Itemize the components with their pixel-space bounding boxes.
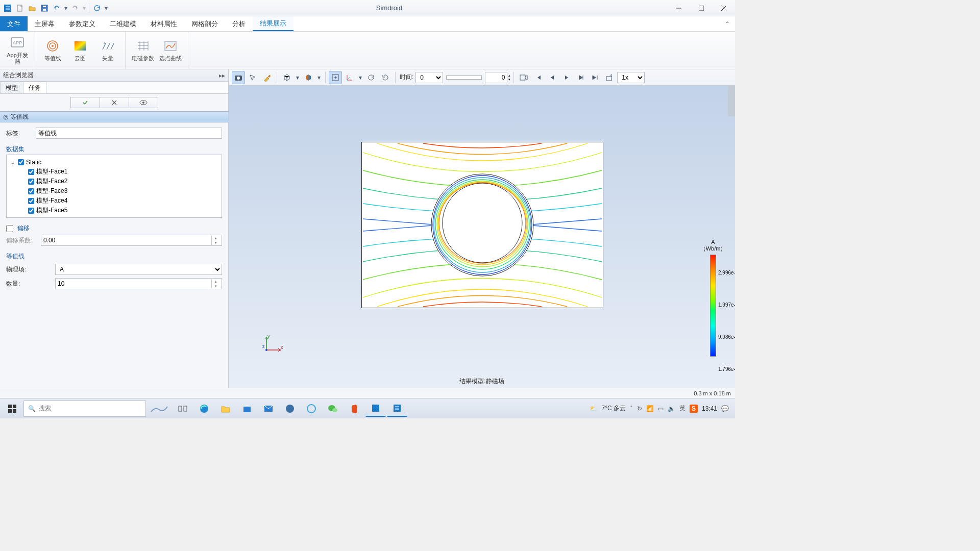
pin-icon[interactable]: ▸▸	[219, 72, 225, 79]
label-input[interactable]	[36, 128, 222, 139]
open-icon[interactable]	[27, 3, 38, 14]
tab-analysis[interactable]: 分析	[225, 16, 253, 31]
sync-icon[interactable]: ↻	[637, 405, 642, 412]
tree-checkbox[interactable]	[28, 208, 34, 214]
axis-icon[interactable]	[343, 71, 356, 84]
last-icon[interactable]	[589, 71, 602, 84]
tree-checkbox[interactable]	[28, 179, 34, 185]
tree-item[interactable]: 模型-Face5	[10, 206, 218, 215]
save-icon[interactable]	[39, 3, 50, 14]
refresh-icon[interactable]	[91, 3, 103, 14]
task-landscape-icon[interactable]	[147, 400, 172, 417]
pick-curve-button[interactable]: 选点曲线	[157, 34, 184, 67]
tree-checkbox[interactable]	[28, 169, 34, 175]
cloud-button[interactable]: 云图	[67, 34, 93, 67]
brush-icon[interactable]	[260, 71, 274, 84]
camera-icon[interactable]	[232, 71, 245, 84]
tab-materials[interactable]: 材料属性	[143, 16, 184, 31]
cube-icon[interactable]	[280, 71, 293, 84]
mail-icon[interactable]	[258, 400, 279, 417]
tree-root[interactable]: ⌄ Static	[10, 157, 218, 167]
prev-icon[interactable]	[546, 71, 559, 84]
scrollbar-vertical[interactable]	[728, 86, 735, 116]
color-cube-icon[interactable]	[302, 71, 315, 84]
simdroid-app1-icon[interactable]	[365, 400, 386, 417]
export-icon[interactable]	[603, 71, 616, 84]
tree-item[interactable]: 模型-Face4	[10, 196, 218, 206]
select-icon[interactable]	[246, 71, 259, 84]
next-icon[interactable]	[574, 71, 587, 84]
tree-checkbox[interactable]	[28, 188, 34, 194]
edge-alt-icon[interactable]	[280, 400, 300, 417]
spin-down-icon[interactable]: ▾	[508, 78, 510, 82]
edge-icon[interactable]	[194, 400, 214, 417]
preview-button[interactable]	[129, 97, 158, 108]
count-input[interactable]: ▴▾	[55, 278, 222, 289]
battery-icon[interactable]: ▭	[658, 405, 664, 412]
browser-icon[interactable]	[301, 400, 322, 417]
dropdown-icon[interactable]: ▾	[357, 71, 363, 84]
collapse-icon[interactable]: ⌄	[10, 159, 16, 166]
rotate-cw-icon[interactable]	[364, 71, 378, 84]
spin-down-icon[interactable]: ▾	[211, 284, 219, 288]
speed-select[interactable]: 1x	[617, 72, 645, 83]
dropdown-icon[interactable]: ▾	[316, 71, 322, 84]
app-developer-button[interactable]: APP App开发器	[4, 34, 31, 67]
cancel-button[interactable]	[100, 97, 129, 108]
first-icon[interactable]	[531, 71, 545, 84]
collapse-ribbon-icon[interactable]: ⌃	[720, 16, 735, 31]
sogou-icon[interactable]: S	[690, 405, 698, 413]
tab-mesh[interactable]: 网格剖分	[184, 16, 225, 31]
ime-indicator[interactable]: 英	[679, 404, 685, 413]
tree-item[interactable]: 模型-Face2	[10, 177, 218, 186]
wifi-icon[interactable]: 📶	[646, 405, 654, 412]
tab-home[interactable]: 主屏幕	[28, 16, 62, 31]
minimize-button[interactable]	[668, 0, 690, 16]
rotate-ccw-icon[interactable]	[379, 71, 392, 84]
tree-checkbox[interactable]	[28, 198, 34, 204]
vector-button[interactable]: 矢量	[94, 34, 121, 67]
wechat-icon[interactable]	[323, 400, 343, 417]
time-slider[interactable]	[446, 76, 482, 80]
store-icon[interactable]	[237, 400, 257, 417]
frame-input[interactable]	[485, 72, 507, 83]
maximize-button[interactable]	[690, 0, 713, 16]
fit-icon[interactable]	[329, 71, 342, 84]
tree-item[interactable]: 模型-Face3	[10, 186, 218, 196]
spin-up-icon[interactable]: ▴	[211, 236, 219, 240]
spin-up-icon[interactable]: ▴	[211, 279, 219, 284]
tab-model[interactable]: 模型	[0, 82, 23, 93]
notifications-icon[interactable]: 💬	[721, 405, 729, 412]
chevron-up-icon[interactable]: ˄	[630, 405, 633, 412]
play-icon[interactable]	[560, 71, 573, 84]
taskbar-search[interactable]: 🔍 搜索	[23, 400, 146, 417]
viewport-canvas[interactable]: y x z 结果模型:静磁场 A （Wb/m） 2.996e-07 1.997e…	[229, 86, 735, 388]
offset-checkbox[interactable]	[6, 225, 13, 232]
em-params-button[interactable]: 电磁参数	[130, 34, 156, 67]
tab-results[interactable]: 结果展示	[253, 16, 293, 31]
weather-text[interactable]: 7°C 多云	[601, 404, 625, 413]
task-view-icon[interactable]	[173, 400, 193, 417]
clock[interactable]: 13:41	[702, 405, 717, 412]
contour-button[interactable]: 等值线	[39, 34, 66, 67]
spin-down-icon[interactable]: ▾	[211, 240, 219, 245]
tab-task[interactable]: 任务	[23, 82, 46, 93]
physics-field-select[interactable]: A	[55, 264, 222, 275]
undo-dropdown-icon[interactable]: ▾	[63, 3, 68, 14]
tab-2d-model[interactable]: 二维建模	[103, 16, 143, 31]
offset-coeff-input[interactable]: ▴▾	[41, 235, 222, 246]
app-icon[interactable]	[2, 3, 13, 14]
new-icon[interactable]	[14, 3, 26, 14]
refresh-dropdown-icon[interactable]: ▾	[104, 3, 109, 14]
redo-dropdown-icon[interactable]: ▾	[82, 3, 87, 14]
undo-icon[interactable]	[51, 3, 62, 14]
tab-params[interactable]: 参数定义	[62, 16, 103, 31]
explorer-icon[interactable]	[215, 400, 236, 417]
close-button[interactable]	[713, 0, 735, 16]
tree-checkbox[interactable]	[18, 159, 24, 165]
weather-icon[interactable]: ⛅	[590, 405, 597, 412]
volume-icon[interactable]: 🔈	[668, 405, 675, 412]
start-button[interactable]	[2, 400, 22, 417]
spin-up-icon[interactable]: ▴	[508, 73, 510, 78]
tree-item[interactable]: 模型-Face1	[10, 167, 218, 177]
